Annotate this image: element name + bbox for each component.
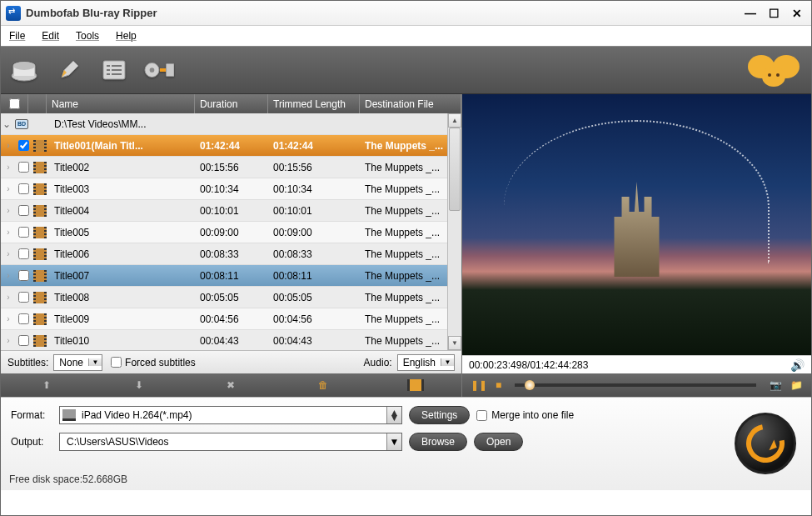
table-row[interactable]: › Title004 00:10:01 00:10:01 The Muppets…	[1, 200, 461, 222]
trash-button[interactable]: 🗑	[314, 377, 332, 393]
svg-rect-6	[112, 69, 122, 71]
row-name: Title004	[49, 200, 195, 221]
close-button[interactable]: ✕	[788, 6, 806, 21]
table-row[interactable]: › Title006 00:08:33 00:08:33 The Muppets…	[1, 243, 461, 265]
col-trimmed[interactable]: Trimmed Length	[268, 94, 360, 113]
row-checkbox[interactable]	[18, 183, 29, 194]
expand-icon[interactable]: ›	[1, 271, 16, 280]
col-name[interactable]: Name	[47, 94, 195, 113]
browse-button[interactable]: Browse	[409, 433, 467, 451]
video-preview[interactable]	[462, 94, 811, 355]
table-row[interactable]: › Title007 00:08:11 00:08:11 The Muppets…	[1, 265, 461, 287]
time-bar: 00:00:23:498/01:42:44:283 🔊	[462, 355, 811, 373]
row-destination: The Muppets _...	[360, 200, 461, 221]
collapse-icon[interactable]: ⌄	[1, 118, 12, 130]
scroll-up-arrow[interactable]: ▲	[448, 113, 461, 128]
row-destination: The Muppets _...	[360, 287, 461, 308]
move-up-button[interactable]: ⬆	[37, 377, 56, 393]
menu-tools[interactable]: Tools	[76, 30, 99, 42]
table-row[interactable]: › Title002 00:15:56 00:15:56 The Muppets…	[1, 157, 461, 178]
row-destination: The Muppets _...	[360, 135, 461, 156]
maximize-button[interactable]: ☐	[765, 6, 783, 21]
output-dropdown-icon: ▼	[386, 433, 401, 450]
brand-logo	[745, 50, 803, 92]
minimize-button[interactable]: —	[741, 6, 760, 21]
format-select[interactable]: iPad Video H.264(*.mp4) ▲▼	[59, 406, 402, 424]
folder-button[interactable]: 📁	[790, 379, 803, 391]
move-down-button[interactable]: ⬇	[130, 377, 148, 393]
expand-icon[interactable]: ›	[1, 206, 16, 215]
row-duration: 00:04:43	[195, 330, 268, 350]
vertical-scrollbar[interactable]: ▲ ▼	[447, 113, 461, 350]
audio-label: Audio:	[364, 357, 392, 368]
menu-help[interactable]: Help	[116, 30, 137, 42]
row-checkbox[interactable]	[18, 140, 29, 151]
output-select[interactable]: C:\Users\ASUS\Videos ▼	[59, 433, 402, 451]
clip-button[interactable]	[406, 377, 425, 393]
load-disc-button[interactable]	[9, 55, 39, 85]
table-row[interactable]: › Title001(Main Titl... 01:42:44 01:42:4…	[1, 135, 461, 157]
convert-button[interactable]	[144, 55, 174, 85]
audio-combo[interactable]: English ▼	[397, 354, 455, 371]
volume-icon[interactable]: 🔊	[790, 358, 805, 372]
row-checkbox[interactable]	[18, 205, 29, 216]
row-name: Title007	[49, 265, 195, 286]
playback-bar: ❚❚ ■ 📷 📁	[462, 373, 811, 397]
film-icon	[33, 205, 47, 217]
expand-icon[interactable]: ›	[1, 163, 16, 172]
row-trimmed: 00:04:56	[268, 308, 360, 329]
row-checkbox[interactable]	[18, 335, 29, 346]
row-checkbox[interactable]	[18, 270, 29, 281]
open-button[interactable]: Open	[474, 433, 523, 451]
menubar: File Edit Tools Help	[1, 26, 811, 46]
time-display: 00:00:23:498/01:42:44:283	[469, 359, 588, 371]
forced-subtitles-checkbox[interactable]	[111, 357, 122, 368]
subtitles-combo[interactable]: None ▼	[53, 354, 102, 371]
merge-checkbox[interactable]	[476, 410, 487, 421]
table-row[interactable]: › Title010 00:04:43 00:04:43 The Muppets…	[1, 330, 461, 350]
disc-row[interactable]: ⌄ BD D:\Test Videos\MM...	[1, 113, 461, 135]
expand-icon[interactable]: ›	[1, 293, 16, 302]
table-row[interactable]: › Title003 00:10:34 00:10:34 The Muppets…	[1, 178, 461, 200]
select-all-checkbox[interactable]	[9, 98, 20, 109]
expand-icon[interactable]: ›	[1, 141, 16, 150]
table-body: ⌄ BD D:\Test Videos\MM... › Title001(Mai…	[1, 113, 461, 350]
table-header: Name Duration Trimmed Length Destination…	[1, 94, 461, 113]
menu-edit[interactable]: Edit	[42, 30, 59, 42]
row-checkbox[interactable]	[18, 292, 29, 303]
pause-button[interactable]: ❚❚	[471, 379, 487, 391]
scroll-thumb[interactable]	[449, 128, 461, 211]
svg-rect-11	[167, 63, 174, 76]
expand-icon[interactable]: ›	[1, 184, 16, 193]
table-row[interactable]: › Title008 00:05:05 00:05:05 The Muppets…	[1, 287, 461, 308]
col-destination[interactable]: Destination File	[360, 94, 461, 113]
settings-button[interactable]: Settings	[409, 406, 470, 424]
stop-button[interactable]: ■	[496, 379, 501, 391]
row-checkbox[interactable]	[18, 227, 29, 238]
convert-start-button[interactable]	[735, 413, 796, 474]
table-row[interactable]: › Title009 00:04:56 00:04:56 The Muppets…	[1, 308, 461, 330]
table-row[interactable]: › Title005 00:09:00 00:09:00 The Muppets…	[1, 222, 461, 243]
svg-rect-8	[112, 73, 122, 75]
bluray-disc-icon: BD	[15, 119, 28, 129]
remove-button[interactable]: ✖	[222, 377, 240, 393]
row-checkbox[interactable]	[18, 248, 29, 259]
edit-button[interactable]	[54, 55, 84, 85]
film-icon	[33, 292, 47, 303]
expand-icon[interactable]: ›	[1, 314, 16, 323]
seek-knob[interactable]	[525, 380, 535, 390]
list-button[interactable]	[99, 55, 129, 85]
seek-slider[interactable]	[515, 383, 756, 387]
col-duration[interactable]: Duration	[195, 94, 268, 113]
expand-icon[interactable]: ›	[1, 249, 16, 258]
snapshot-button[interactable]: 📷	[770, 379, 782, 391]
scroll-down-arrow[interactable]: ▼	[448, 336, 461, 350]
expand-icon[interactable]: ›	[1, 336, 16, 345]
row-checkbox[interactable]	[18, 313, 29, 324]
row-checkbox[interactable]	[18, 162, 29, 173]
menu-file[interactable]: File	[9, 30, 25, 42]
expand-icon[interactable]: ›	[1, 228, 16, 237]
row-duration: 00:10:01	[195, 200, 268, 221]
subtitles-label: Subtitles:	[7, 357, 48, 368]
row-trimmed: 00:10:34	[268, 178, 360, 199]
